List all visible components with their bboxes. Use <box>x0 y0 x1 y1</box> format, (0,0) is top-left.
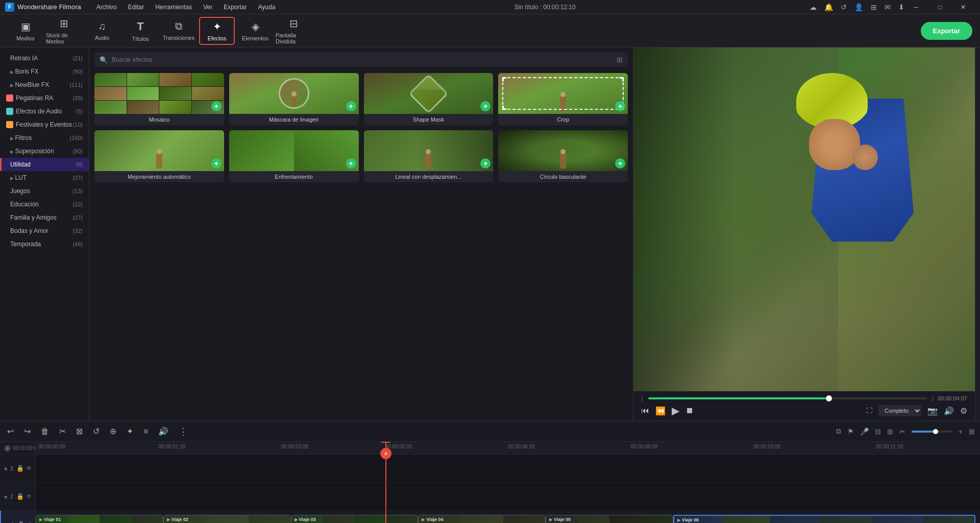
track-id-3: 3 <box>10 466 13 471</box>
user-icon[interactable]: 👤 <box>854 3 863 11</box>
clip-viaje01[interactable]: Viaje 01 <box>36 515 163 523</box>
toolbar-transiciones[interactable]: ⧉ Transiciones <box>161 17 197 45</box>
maximize-button[interactable]: □ <box>928 0 951 14</box>
close-button[interactable]: ✕ <box>951 0 975 14</box>
sidebar-item-superposicion[interactable]: Superposición (90) <box>0 145 89 158</box>
crop-button[interactable]: ⊠ <box>74 424 85 438</box>
tl-split-button[interactable]: ⊞ <box>887 427 893 436</box>
volume-button[interactable]: 🔊 <box>944 406 954 416</box>
layout-icon[interactable]: ⊞ <box>871 3 877 11</box>
titulos-label: Títulos <box>132 36 149 42</box>
clip-viaje04[interactable]: Viaje 04 <box>418 515 546 523</box>
stop-button[interactable]: ⏹ <box>685 406 694 415</box>
undo-button[interactable]: ↩ <box>5 424 16 438</box>
marker-button[interactable]: ⚑ <box>847 427 854 436</box>
lineal-person-figure <box>425 153 431 169</box>
scene-detect-button[interactable]: ⧉ <box>836 427 841 436</box>
effect-mosaico[interactable]: + Mosaico <box>94 73 224 125</box>
window-title: Sin título : 00:00:12:10 <box>280 4 810 11</box>
circulo-person-figure <box>560 153 566 169</box>
add-track-button[interactable]: ⊕ <box>4 443 11 453</box>
track-3-lock-icon[interactable]: 🔒 <box>16 465 24 472</box>
fullscreen-button[interactable]: ⛶ <box>866 407 872 414</box>
sidebar-item-familia[interactable]: Familia y Amigos (27) <box>0 211 89 224</box>
toolbar-audio[interactable]: ♫ Audio <box>84 17 120 45</box>
sync-icon[interactable]: ↺ <box>841 3 847 11</box>
cloud-icon[interactable]: ☁ <box>810 3 817 11</box>
toolbar-stock[interactable]: ⊞ Stock de Medios <box>46 17 82 45</box>
toolbar-efectos[interactable]: ✦ Efectos <box>199 17 235 45</box>
track-1-eye-icon[interactable]: 👁 <box>27 521 33 523</box>
clip-viaje02[interactable]: Viaje 02 <box>163 515 291 523</box>
sidebar-item-juegos[interactable]: Juegos (13) <box>0 184 89 198</box>
menu-ver[interactable]: Ver <box>198 2 217 12</box>
tl-cut-icon[interactable]: ✂ <box>899 427 905 436</box>
delete-button[interactable]: 🗑 <box>39 425 51 438</box>
menu-ayuda[interactable]: Ayuda <box>253 2 281 12</box>
menu-exportar[interactable]: Exportar <box>218 2 252 12</box>
sidebar-item-newblue[interactable]: NewBlue FX (111) <box>0 78 89 91</box>
effect-lineal[interactable]: + Lineal con desplazamien... <box>364 130 494 182</box>
toolbar-elementos[interactable]: ◈ Elementos <box>237 17 273 45</box>
menu-editar[interactable]: Editar <box>123 2 149 12</box>
sidebar-item-bodas[interactable]: Bodas y Amor (32) <box>0 224 89 237</box>
export-button[interactable]: Exportar <box>921 22 972 40</box>
settings-preview-button[interactable]: ⚙ <box>960 406 967 416</box>
adjust-button[interactable]: ≡ <box>141 425 150 438</box>
clip-viaje06[interactable]: Viaje 06 <box>673 515 975 523</box>
effects-tl-button[interactable]: ✦ <box>125 424 135 438</box>
effect-crop[interactable]: + Crop <box>498 73 628 125</box>
sidebar-item-educacion[interactable]: Educación (22) <box>0 198 89 211</box>
effect-shapemask[interactable]: + Shape Mask <box>364 73 494 125</box>
menu-herramientas[interactable]: Herramientas <box>150 2 197 12</box>
toolbar-medios[interactable]: ▣ Medios <box>8 17 43 45</box>
menu-archivo[interactable]: Archivo <box>91 2 122 12</box>
toolbar-pantalla[interactable]: ⊟ Pantalla Dividida <box>276 17 311 45</box>
tl-expand-button[interactable]: ⊞ <box>969 427 975 436</box>
effect-mascara[interactable]: + Máscara de Imagen <box>229 73 359 125</box>
zoom-bar[interactable] <box>912 431 952 433</box>
sidebar-item-efectosaudio[interactable]: Efectos de Audio (5) <box>0 105 89 118</box>
playhead[interactable]: ▼ ✕ <box>385 442 386 454</box>
track-3-eye-icon[interactable]: 👁 <box>26 465 32 472</box>
audio-tl-button[interactable]: 🔊 <box>156 424 170 438</box>
toolbar-titulos[interactable]: T Títulos <box>122 17 158 45</box>
track-1-lock-icon[interactable]: 🔒 <box>17 521 25 523</box>
quality-select[interactable]: Completo 1/2 1/4 <box>878 405 921 416</box>
snapshot-button[interactable]: 📷 <box>927 406 938 416</box>
message-icon[interactable]: ✉ <box>885 3 891 11</box>
search-input[interactable] <box>112 56 612 63</box>
stabilize-button[interactable]: ⊕ <box>108 424 118 438</box>
track-2-lock-icon[interactable]: 🔒 <box>16 493 24 500</box>
effect-mejoramiento[interactable]: + Mejoramiento automático <box>94 130 224 182</box>
download-icon[interactable]: ⬇ <box>898 3 904 11</box>
redo-button[interactable]: ↪ <box>22 424 33 438</box>
clip-viaje05[interactable]: Viaje 05 <box>546 515 673 523</box>
tl-settings-button[interactable]: ⊟ <box>875 427 881 436</box>
cut-button[interactable]: ✂ <box>57 424 68 438</box>
play-button[interactable]: ▶ <box>672 405 679 417</box>
effect-circulo[interactable]: + Círculo basculante <box>498 130 628 182</box>
sidebar-item-pegatinas[interactable]: Pegatinas RA (39) <box>0 91 89 105</box>
progress-bar[interactable] <box>648 397 927 399</box>
voice-button[interactable]: 🎤 <box>860 427 869 436</box>
zoom-in-button[interactable]: + <box>959 427 963 436</box>
track-2-eye-icon[interactable]: 👁 <box>26 493 32 500</box>
split-button[interactable]: ⋮ <box>177 424 190 439</box>
effect-enfrentamiento[interactable]: + Enfrentamiento <box>229 130 359 182</box>
rewind-button[interactable]: ⏮ <box>641 406 649 415</box>
sidebar-item-temporada[interactable]: Temporada (46) <box>0 237 89 251</box>
sidebar-item-festivales[interactable]: Festivales y Eventos (10) <box>0 118 89 131</box>
sidebar-item-filtros[interactable]: Filtros (160) <box>0 131 89 145</box>
clip-viaje03[interactable]: Viaje 03 <box>291 515 419 523</box>
notification-icon[interactable]: 🔔 <box>824 3 833 11</box>
sidebar-item-retrato[interactable]: Retrato IA (21) <box>0 52 89 65</box>
grid-options-icon[interactable]: ⊞ <box>617 56 623 64</box>
sidebar-item-utilidad[interactable]: Utilidad (8) <box>0 158 89 171</box>
minimize-button[interactable]: ─ <box>904 0 928 14</box>
sidebar-item-borisfx[interactable]: Boris FX (90) <box>0 65 89 78</box>
prev-frame-button[interactable]: ⏪ <box>655 406 666 416</box>
timeline-ruler[interactable]: 00:00:00:00 00:00:01:16 00:00:03:08 00:0… <box>36 442 980 455</box>
rotate-button[interactable]: ↺ <box>91 424 102 438</box>
sidebar-item-lut[interactable]: LUT (27) <box>0 171 89 184</box>
